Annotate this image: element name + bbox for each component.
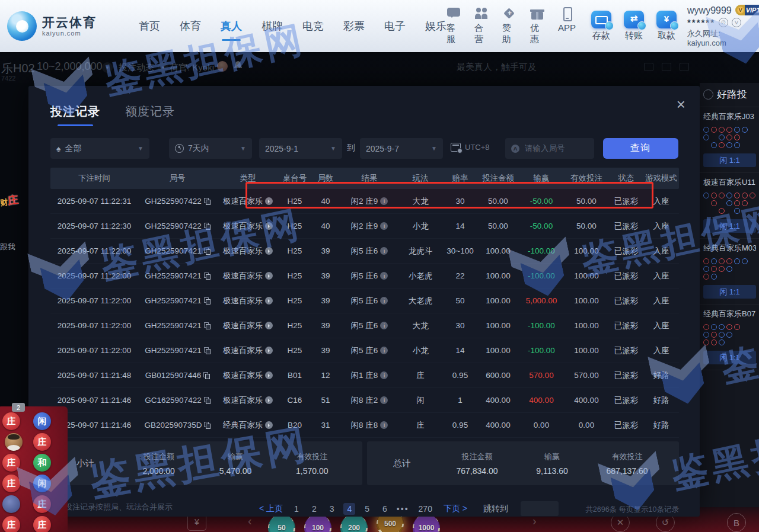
road-dot — [719, 266, 725, 272]
wallet-item-转账[interactable]: 转账 — [624, 11, 644, 41]
quick-item-客服[interactable]: 客服 — [447, 7, 461, 45]
roadmap — [703, 258, 756, 280]
road-dot — [711, 193, 717, 198]
username[interactable]: wywy9999 — [687, 5, 732, 16]
page-number[interactable]: 6 — [379, 503, 391, 515]
road-dot — [726, 142, 732, 148]
info-icon[interactable]: i — [380, 347, 388, 354]
cell-game-type: 极速百家乐 — [216, 246, 279, 257]
nav-item-首页[interactable]: 首页 — [139, 19, 160, 33]
stat-value: 5,470.00 — [219, 466, 252, 476]
cell-status: 已派彩 — [609, 420, 643, 431]
tab-betting-records[interactable]: 投注记录 — [50, 104, 100, 120]
vip-badge[interactable]: VIP10 — [735, 5, 759, 15]
records-count: 共2696条 每页显示10条记录 — [585, 505, 679, 515]
cell-status: 已派彩 — [609, 221, 643, 232]
copy-icon[interactable] — [204, 422, 210, 428]
info-icon[interactable]: i — [380, 322, 388, 329]
info-icon[interactable]: i — [380, 421, 388, 429]
support-chat-icon — [447, 7, 461, 20]
page-next[interactable]: 下页 > — [444, 504, 467, 514]
cell-bet-time: 2025-09-07 11:22:30 — [50, 222, 138, 230]
copy-icon[interactable] — [204, 223, 210, 229]
copy-icon[interactable] — [204, 347, 210, 354]
good-road-bet-button[interactable]: 闲 1:1 — [703, 153, 756, 167]
stat-value: 687,137.60 — [607, 466, 648, 476]
quick-item-优惠[interactable]: 优惠 — [530, 7, 544, 45]
quick-item-合营[interactable]: 合营 — [474, 7, 489, 45]
good-road-bet-button[interactable]: 闲 1:1 — [703, 351, 756, 364]
info-icon[interactable]: i — [380, 197, 388, 205]
balance-icon[interactable]: B — [727, 513, 746, 532]
refresh-balance-icon[interactable]: V — [732, 18, 741, 27]
info-icon[interactable]: i — [380, 222, 388, 230]
column-header: 投注金额 — [477, 173, 519, 184]
bead-banker: 庄 — [33, 495, 51, 513]
modal-footer: ✓ 投注记录按照局、玩法合并展示 < 上页 123456•••270 下页 > … — [50, 499, 679, 518]
nav-item-棋牌[interactable]: 棋牌 — [261, 19, 283, 33]
site-logo[interactable]: 开云体育 kaiyun.com — [0, 11, 126, 41]
quick-item-APP[interactable]: APP — [558, 7, 576, 45]
page-number[interactable]: 270 — [415, 503, 436, 515]
copy-icon[interactable] — [204, 297, 210, 304]
good-road-bet-button[interactable]: 闲 1:1 — [703, 219, 756, 233]
good-road-bet-button[interactable]: 闲 1:1 — [703, 285, 756, 299]
cell-game-mode: 好路 — [643, 370, 679, 381]
date-range-select[interactable]: 7天内 ▼ — [169, 138, 252, 159]
cell-odds: 0.95 — [443, 371, 477, 380]
refresh-icon[interactable] — [703, 89, 713, 100]
page-number[interactable]: 1 — [291, 503, 302, 515]
copy-icon[interactable] — [204, 273, 210, 279]
page-number[interactable]: 3 — [326, 503, 338, 515]
cell-table: H25 — [279, 321, 310, 330]
road-dot — [750, 258, 755, 264]
round-search-input[interactable] — [524, 143, 585, 153]
nav-item-电竞[interactable]: 电竞 — [302, 19, 324, 33]
query-button[interactable]: 查询 — [603, 138, 678, 159]
copy-icon[interactable] — [204, 322, 210, 329]
page-number[interactable]: 2 — [308, 503, 320, 515]
copy-icon[interactable] — [204, 397, 210, 403]
cell-winloss: -50.00 — [519, 222, 564, 230]
nav-item-彩票[interactable]: 彩票 — [343, 19, 365, 33]
bead-banker: 庄 — [2, 516, 20, 532]
copy-icon[interactable] — [204, 248, 210, 254]
page-number[interactable]: 5 — [361, 503, 373, 515]
date-to-select[interactable]: 2025-9-7 ▼ — [360, 138, 443, 159]
road-dot — [726, 200, 732, 206]
road-dot — [750, 200, 755, 206]
game-filter-select[interactable]: ♠ 全部 ▼ — [50, 138, 149, 159]
tab-balance-records[interactable]: 额度记录 — [125, 104, 175, 120]
page-prev[interactable]: < 上页 — [259, 504, 283, 514]
cell-table: H25 — [279, 296, 310, 305]
road-dot — [703, 324, 709, 330]
cell-table: B20 — [279, 421, 310, 430]
page-number[interactable]: 4 — [343, 503, 355, 515]
wallet-item-取款[interactable]: 取款 — [656, 11, 677, 41]
wallet-item-存款[interactable]: 存款 — [591, 11, 611, 41]
nav-item-体育[interactable]: 体育 — [180, 19, 201, 33]
wallet-actions: 存款转账取款 — [591, 11, 677, 41]
date-from-select[interactable]: 2025-9-1 ▼ — [259, 138, 342, 159]
quick-item-label: APP — [558, 23, 576, 33]
info-icon[interactable]: i — [380, 297, 388, 305]
eye-off-icon[interactable]: ∅ — [719, 18, 728, 27]
jump-input[interactable] — [521, 501, 559, 516]
nav-item-娱乐[interactable]: 娱乐 — [425, 19, 447, 33]
info-icon[interactable]: i — [380, 247, 388, 255]
cell-status: 已派彩 — [609, 196, 643, 207]
table-row: 2025-09-07 11:22:00GH2525907421极速百家乐H253… — [50, 289, 679, 313]
info-icon[interactable]: i — [380, 396, 388, 404]
nav-item-电子[interactable]: 电子 — [384, 19, 406, 33]
info-icon[interactable]: i — [380, 272, 388, 280]
road-dot — [719, 134, 725, 140]
column-header: 游戏模式 — [643, 173, 679, 184]
copy-icon[interactable] — [203, 372, 209, 379]
info-icon[interactable]: i — [380, 371, 388, 379]
summary-stat: 投注金额767,834.00 — [456, 451, 498, 476]
copy-icon[interactable] — [204, 198, 210, 204]
nav-item-真人[interactable]: 真人 — [221, 19, 242, 33]
quick-item-赞助[interactable]: 赞助 — [502, 7, 516, 45]
close-icon[interactable]: × — [677, 97, 685, 112]
road-dot — [719, 142, 725, 148]
